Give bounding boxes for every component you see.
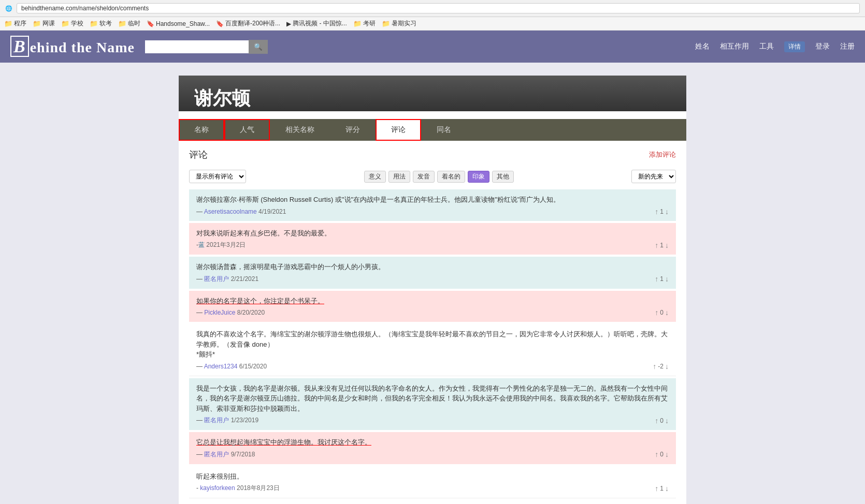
tab-same-name[interactable]: 同名 <box>421 119 467 141</box>
comment-text: 我真的不喜欢这个名字。海绵宝宝的谢尔顿浮游生物也很烦人。（海绵宝宝是我年轻时最不… <box>196 329 669 360</box>
comments-title: 评论 <box>189 149 208 161</box>
filter-tag-pronunciation[interactable]: 发音 <box>413 171 435 183</box>
bookmark-item[interactable]: 📁 暑期实习 <box>382 19 416 28</box>
comment-attribution: — 匿名用户 1/23/2019 <box>196 416 258 425</box>
comment-date: 9/7/2018 <box>231 451 255 458</box>
nav-login[interactable]: 登录 <box>815 42 830 51</box>
comment-attribution: — 匿名用户 2/21/2021 <box>196 275 258 284</box>
comment-author[interactable]: Anders1234 <box>204 363 238 370</box>
vote-up-button[interactable]: ↑ <box>655 417 658 425</box>
nav-detail[interactable]: 详情 <box>784 41 805 52</box>
vote-up-button[interactable]: ↑ <box>655 275 658 283</box>
comments-area: 评论 添加评论 显示所有评论 意义 用法 发音 着名的 印象 其他 新的先来 <box>179 141 686 504</box>
nav-tools[interactable]: 工具 <box>759 42 774 51</box>
logo-text: ehind the Name <box>30 39 135 55</box>
folder-icon: 📁 <box>61 20 69 27</box>
nav-names[interactable]: 姓名 <box>695 42 710 51</box>
comment-author[interactable]: 蓝 <box>198 241 205 248</box>
vote-up-button[interactable]: ↑ <box>653 362 656 370</box>
filter-tag-meaning[interactable]: 意义 <box>364 171 386 183</box>
vote-up-button[interactable]: ↑ <box>655 241 658 249</box>
comments-header: 评论 添加评论 <box>189 149 676 164</box>
vote-down-button[interactable]: ↓ <box>665 362 669 370</box>
tab-related[interactable]: 相关名称 <box>270 119 330 141</box>
vote-down-button[interactable]: ↓ <box>665 308 669 317</box>
bookmark-item[interactable]: 📁 程序 <box>4 19 26 28</box>
comment-text: 谢尔顿拉塞尔·柯蒂斯 (Sheldon Russell Curtis) 或"说"… <box>196 195 669 205</box>
bookmark-item[interactable]: 📁 考研 <box>353 19 376 28</box>
site-header: Behind the Name 🔍 姓名 相互作用 工具 详情 登录 注册 <box>0 31 865 63</box>
add-comment-link[interactable]: 添加评论 <box>649 150 676 159</box>
bookmark-item[interactable]: 📁 软考 <box>90 19 112 28</box>
sort-select[interactable]: 新的先来 <box>631 170 676 183</box>
site-nav: 姓名 相互作用 工具 详情 登录 注册 <box>695 41 855 52</box>
filter-select[interactable]: 显示所有评论 <box>189 170 246 183</box>
bookmark-item[interactable]: 🔖 Handsome_Shaw... <box>147 20 210 27</box>
comment-author: 匿名用户 <box>204 275 229 283</box>
comment-date: 2018年8月23日 <box>237 484 280 492</box>
comment-meta: -蓝 2021年3月2日 ↑ 1 ↓ <box>196 241 669 249</box>
tab-rating[interactable]: 评分 <box>330 119 376 141</box>
site-logo[interactable]: Behind the Name <box>10 37 135 56</box>
comment-attribution: — 匿名用户 9/7/2018 <box>196 450 255 459</box>
comment-item: 它总是让我想起海绵宝宝中的浮游生物。我讨厌这个名字。 — 匿名用户 9/7/20… <box>189 432 676 464</box>
comment-author[interactable]: kayisforkeen <box>200 484 235 492</box>
tab-popularity[interactable]: 人气 <box>224 119 270 141</box>
vote-controls: ↑ 0 ↓ <box>655 308 669 317</box>
vote-controls: ↑ 1 ↓ <box>655 241 669 249</box>
browser-url[interactable]: behindthename.com/name/sheldon/comments <box>17 3 860 13</box>
comment-meta: - kayisforkeen 2018年8月23日 ↑ 1 ↓ <box>196 484 669 493</box>
vote-down-button[interactable]: ↓ <box>665 275 669 283</box>
bookmark-item[interactable]: ▶ 腾讯视频 - 中国惊... <box>286 19 347 28</box>
vote-down-button[interactable]: ↓ <box>665 450 669 458</box>
vote-down-button[interactable]: ↓ <box>665 207 669 216</box>
nav-interaction[interactable]: 相互作用 <box>720 42 749 51</box>
nav-register[interactable]: 注册 <box>840 42 855 51</box>
filter-tag-famous[interactable]: 着名的 <box>437 171 465 183</box>
comment-attribution: -蓝 2021年3月2日 <box>196 241 246 249</box>
vote-up-button[interactable]: ↑ <box>655 450 658 458</box>
vote-down-button[interactable]: ↓ <box>665 417 669 425</box>
folder-icon: 📁 <box>33 20 41 27</box>
filter-row: 显示所有评论 意义 用法 发音 着名的 印象 其他 新的先来 <box>189 170 676 183</box>
vote-up-button[interactable]: ↑ <box>655 308 658 317</box>
bookmark-icon: ▶ <box>286 20 291 27</box>
comment-date: 6/15/2020 <box>239 363 267 370</box>
comment-author[interactable]: Aseretisacoolname <box>204 208 257 215</box>
comment-author: 匿名用户 <box>204 451 229 458</box>
comment-attribution: — Aseretisacoolname 4/19/2021 <box>196 208 286 215</box>
comment-author[interactable]: PickleJuice <box>204 309 235 316</box>
comment-item: 听起来很别扭。 - kayisforkeen 2018年8月23日 ↑ 1 ↓ <box>189 466 676 499</box>
comment-text: 听起来很别扭。 <box>196 471 669 482</box>
filter-tag-other[interactable]: 其他 <box>492 171 514 183</box>
comment-attribution: — Anders1234 6/15/2020 <box>196 363 267 370</box>
comment-date: 1/23/2019 <box>231 417 258 424</box>
vote-count: 1 <box>660 242 664 249</box>
vote-controls: ↑ -2 ↓ <box>653 362 669 370</box>
bookmark-item[interactable]: 📁 临时 <box>118 19 140 28</box>
filter-tag-impression[interactable]: 印象 <box>468 171 489 183</box>
search-button[interactable]: 🔍 <box>249 40 268 54</box>
comment-meta: — 匿名用户 2/21/2021 ↑ 1 ↓ <box>196 275 669 284</box>
bookmark-icon: 🔖 <box>147 20 154 27</box>
vote-up-button[interactable]: ↑ <box>655 207 658 216</box>
bookmark-item[interactable]: 📁 网课 <box>33 19 55 28</box>
vote-down-button[interactable]: ↓ <box>665 484 669 493</box>
vote-up-button[interactable]: ↑ <box>655 484 658 493</box>
bookmark-item[interactable]: 🔖 百度翻译-200种语... <box>216 19 280 28</box>
comment-meta: — Anders1234 6/15/2020 ↑ -2 ↓ <box>196 362 669 370</box>
search-input[interactable] <box>145 40 249 53</box>
vote-down-button[interactable]: ↓ <box>665 241 669 249</box>
vote-count: -2 <box>658 363 664 370</box>
vote-count: 1 <box>660 208 664 215</box>
comment-attribution: — PickleJuice 8/20/2020 <box>196 309 265 316</box>
tab-name[interactable]: 名称 <box>179 119 224 141</box>
tab-comments[interactable]: 评论 <box>376 119 421 141</box>
folder-icon: 📁 <box>90 20 98 27</box>
filter-tag-usage[interactable]: 用法 <box>388 171 410 183</box>
comment-item: 如果你的名字是这个，你注定是个书呆子。 — PickleJuice 8/20/2… <box>189 291 676 322</box>
comment-date: 8/20/2020 <box>237 309 265 316</box>
comment-meta: — 匿名用户 1/23/2019 ↑ 0 ↓ <box>196 416 669 425</box>
bookmark-item[interactable]: 📁 学校 <box>61 19 83 28</box>
comment-meta: — 匿名用户 9/7/2018 ↑ 0 ↓ <box>196 450 669 459</box>
